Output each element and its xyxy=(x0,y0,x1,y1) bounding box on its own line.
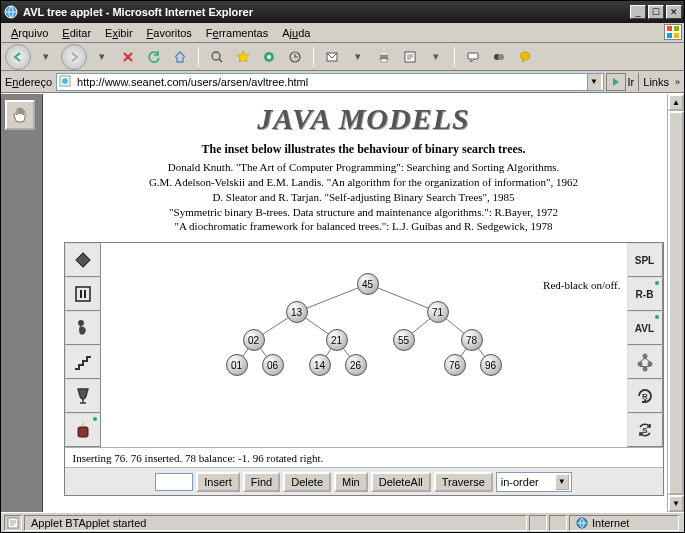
security-zone: Internet xyxy=(569,515,679,531)
tree-node[interactable]: 71 xyxy=(427,301,449,323)
thinker-icon[interactable] xyxy=(65,311,101,345)
svg-point-16 xyxy=(498,54,504,60)
url-input[interactable] xyxy=(75,75,586,89)
menu-ajuda[interactable]: Ajuda xyxy=(276,25,316,41)
messenger-button[interactable] xyxy=(514,46,536,68)
back-button[interactable] xyxy=(5,44,31,70)
tree-node[interactable]: 14 xyxy=(309,354,331,376)
rb-button[interactable]: R-B xyxy=(627,277,663,311)
scroll-down-button[interactable]: ▼ xyxy=(668,495,684,512)
print-button[interactable] xyxy=(373,46,395,68)
deleteall-button[interactable]: DeleteAll xyxy=(371,472,431,492)
applet-panel: Red-black on/off. 4513710221557801061426… xyxy=(64,242,664,496)
address-dropdown[interactable]: ▼ xyxy=(587,74,601,90)
refresh-button[interactable] xyxy=(143,46,165,68)
research-button[interactable] xyxy=(488,46,510,68)
status-cell xyxy=(549,515,567,531)
spl-button[interactable]: SPL xyxy=(627,243,663,277)
tree-node[interactable]: 02 xyxy=(243,329,265,351)
maximize-button[interactable]: ☐ xyxy=(648,5,664,19)
separator xyxy=(454,47,455,67)
right-tool-column: SPL R-B AVL R S xyxy=(627,243,663,447)
svg-rect-19 xyxy=(75,253,89,267)
tree-node[interactable]: 26 xyxy=(345,354,367,376)
menubar: Arquivo Editar Exibir Favoritos Ferramen… xyxy=(1,23,684,43)
ie-throbber-icon xyxy=(664,24,682,40)
discuss-button[interactable] xyxy=(462,46,484,68)
avl-button[interactable]: AVL xyxy=(627,311,663,345)
svg-point-37 xyxy=(642,354,647,359)
tree-node[interactable]: 01 xyxy=(226,354,248,376)
content-area: JAVA MODELS The inset below illustrates … xyxy=(1,93,684,512)
pause-icon[interactable] xyxy=(65,277,101,311)
hand-tool-button[interactable] xyxy=(5,100,35,130)
page-icon xyxy=(59,75,73,89)
forward-button[interactable] xyxy=(61,44,87,70)
tree-icon[interactable] xyxy=(627,345,663,379)
svg-point-39 xyxy=(647,362,652,367)
separator xyxy=(313,47,314,67)
menu-editar[interactable]: Editar xyxy=(56,25,97,41)
order-select[interactable]: in-order ▼ xyxy=(496,472,572,492)
favorites-button[interactable] xyxy=(232,46,254,68)
tree-canvas[interactable]: Red-black on/off. 4513710221557801061426… xyxy=(101,243,627,447)
stairs-icon[interactable] xyxy=(65,345,101,379)
svg-point-40 xyxy=(642,367,647,372)
browser-window: AVL tree applet - Microsoft Internet Exp… xyxy=(0,0,685,533)
svg-rect-24 xyxy=(78,427,88,437)
tree-node[interactable]: 96 xyxy=(480,354,502,376)
diamond-icon[interactable] xyxy=(65,243,101,277)
menu-exibir[interactable]: Exibir xyxy=(99,25,139,41)
media-button[interactable] xyxy=(258,46,280,68)
mail-button[interactable] xyxy=(321,46,343,68)
svg-rect-3 xyxy=(667,33,672,38)
value-input[interactable] xyxy=(155,473,193,491)
tree-node[interactable]: 76 xyxy=(444,354,466,376)
menu-arquivo[interactable]: Arquivo xyxy=(5,25,54,41)
links-chevron-icon[interactable]: » xyxy=(675,77,680,87)
home-button[interactable] xyxy=(169,46,191,68)
stop-button[interactable] xyxy=(117,46,139,68)
close-button[interactable]: ✕ xyxy=(666,5,682,19)
back-dropdown[interactable]: ▾ xyxy=(35,46,57,68)
go-button[interactable] xyxy=(606,73,626,91)
insert-button[interactable]: Insert xyxy=(196,472,240,492)
tree-node[interactable]: 55 xyxy=(393,329,415,351)
search-button[interactable] xyxy=(206,46,228,68)
rotate-icon[interactable]: R xyxy=(627,379,663,413)
delete-button[interactable]: Delete xyxy=(283,472,331,492)
cycle-icon[interactable]: S xyxy=(627,413,663,447)
candle-icon[interactable] xyxy=(65,413,101,447)
tree-node[interactable]: 13 xyxy=(286,301,308,323)
menu-favoritos[interactable]: Favoritos xyxy=(141,25,198,41)
history-button[interactable] xyxy=(284,46,306,68)
menu-ferramentas[interactable]: Ferramentas xyxy=(200,25,274,41)
forward-dropdown[interactable]: ▾ xyxy=(91,46,113,68)
edit-button[interactable] xyxy=(399,46,421,68)
scroll-up-button[interactable]: ▲ xyxy=(668,94,684,111)
tree-node[interactable]: 45 xyxy=(357,273,379,295)
links-label[interactable]: Links xyxy=(638,73,673,91)
svg-point-38 xyxy=(637,362,642,367)
mail-dropdown[interactable]: ▾ xyxy=(347,46,369,68)
vertical-scrollbar[interactable]: ▲ ▼ xyxy=(667,94,684,512)
svg-rect-12 xyxy=(381,59,387,62)
tree-node[interactable]: 78 xyxy=(461,329,483,351)
address-field[interactable]: ▼ xyxy=(56,73,603,91)
traverse-button[interactable]: Traverse xyxy=(434,472,493,492)
ie-icon xyxy=(3,4,19,20)
minimize-button[interactable]: _ xyxy=(630,5,646,19)
sidebar-gutter xyxy=(1,94,43,512)
browser-statusbar: Applet BTApplet started Internet xyxy=(1,512,684,532)
goblet-icon[interactable] xyxy=(65,379,101,413)
scroll-thumb[interactable] xyxy=(668,111,684,495)
tree-node[interactable]: 21 xyxy=(326,329,348,351)
svg-rect-2 xyxy=(674,26,679,31)
find-button[interactable]: Find xyxy=(243,472,280,492)
edit-dropdown[interactable]: ▾ xyxy=(425,46,447,68)
svg-rect-11 xyxy=(381,52,387,55)
separator xyxy=(198,47,199,67)
go-label: Ir xyxy=(628,76,635,88)
min-button[interactable]: Min xyxy=(334,472,368,492)
tree-node[interactable]: 06 xyxy=(262,354,284,376)
